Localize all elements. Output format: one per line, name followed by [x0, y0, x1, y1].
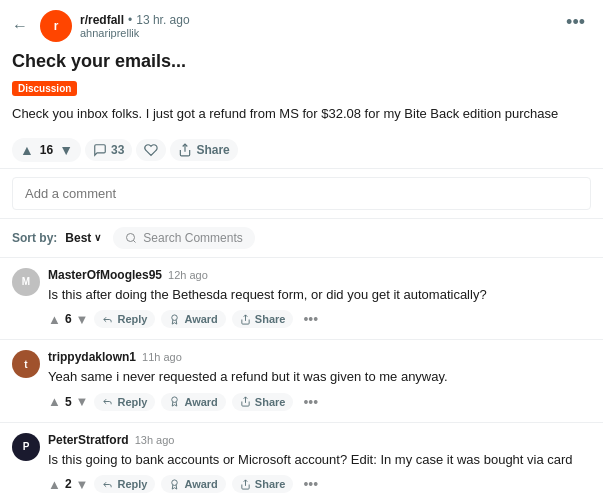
post-actions: ▲ 16 ▼ 33 Share	[0, 132, 603, 169]
comment-actions: ▲ 6 ▼ Reply Award	[48, 309, 591, 329]
vote-count: 16	[40, 143, 53, 157]
reply-label: Reply	[117, 396, 147, 408]
comment-share-button[interactable]: Share	[232, 393, 294, 411]
share-button[interactable]: Share	[170, 139, 237, 161]
downvote-button[interactable]: ▼	[59, 142, 73, 158]
svg-point-7	[172, 480, 178, 486]
reply-label: Reply	[117, 313, 147, 325]
comment-header: trippydaklown1 11h ago	[48, 350, 591, 364]
share-label: Share	[196, 143, 229, 157]
comment-body: Is this after doing the Bethesda request…	[48, 285, 591, 305]
comment-upvote-button[interactable]: ▲	[48, 477, 61, 492]
sort-value: Best	[65, 231, 91, 245]
comment-upvote-button[interactable]: ▲	[48, 394, 61, 409]
comment-author[interactable]: trippydaklown1	[48, 350, 136, 364]
comment-avatar: M	[12, 268, 40, 296]
sort-label: Sort by:	[12, 231, 57, 245]
comment-vote-count: 2	[65, 477, 72, 491]
comment-header: MasterOfMoogles95 12h ago	[48, 268, 591, 282]
award-button[interactable]: Award	[161, 310, 225, 328]
search-placeholder: Search Comments	[143, 231, 242, 245]
award-icon	[169, 396, 180, 407]
post-author[interactable]: ahnariprellik	[80, 27, 190, 39]
comment-item: P PeterStratford 13h ago Is this going t…	[0, 423, 603, 501]
post-meta: r/redfall • 13 hr. ago ahnariprellik	[80, 13, 190, 39]
comment-downvote-button[interactable]: ▼	[76, 394, 89, 409]
post-time: 13 hr. ago	[136, 13, 189, 27]
avatar: r	[40, 10, 72, 42]
comment-share-button[interactable]: Share	[232, 475, 294, 493]
reply-button[interactable]: Reply	[94, 310, 155, 328]
comment-vote: ▲ 6 ▼	[48, 312, 88, 327]
post-body: Check you inbox folks. I just got a refu…	[0, 100, 603, 132]
subreddit-name[interactable]: r/redfall	[80, 13, 124, 27]
comment-vote: ▲ 5 ▼	[48, 394, 88, 409]
more-options-button[interactable]: •••	[560, 10, 591, 35]
svg-point-5	[172, 397, 178, 403]
comments-icon	[93, 143, 107, 157]
comments-button[interactable]: 33	[85, 139, 132, 161]
reply-button[interactable]: Reply	[94, 393, 155, 411]
save-icon	[144, 143, 158, 157]
comment-author[interactable]: PeterStratford	[48, 433, 129, 447]
search-icon	[125, 232, 137, 244]
post-title: Check your emails...	[0, 46, 603, 77]
search-comments-button[interactable]: Search Comments	[113, 227, 254, 249]
svg-point-3	[172, 315, 178, 321]
award-button[interactable]: Award	[161, 475, 225, 493]
vote-group: ▲ 16 ▼	[12, 138, 81, 162]
chevron-down-icon: ∨	[94, 232, 101, 243]
post-header: ← r r/redfall • 13 hr. ago ahnariprellik…	[0, 0, 603, 46]
award-icon	[169, 479, 180, 490]
comment-more-button[interactable]: •••	[299, 309, 322, 329]
share-label: Share	[255, 396, 286, 408]
comment-body: Yeah same i never requested a refund but…	[48, 367, 591, 387]
svg-line-2	[134, 240, 136, 242]
comment-vote-count: 6	[65, 312, 72, 326]
reply-button[interactable]: Reply	[94, 475, 155, 493]
award-label: Award	[184, 478, 217, 490]
comment-time: 13h ago	[135, 434, 175, 446]
comment-section: M MasterOfMoogles95 12h ago Is this afte…	[0, 258, 603, 501]
reply-label: Reply	[117, 478, 147, 490]
comment-share-icon	[240, 396, 251, 407]
comment-downvote-button[interactable]: ▼	[76, 477, 89, 492]
comments-count: 33	[111, 143, 124, 157]
share-label: Share	[255, 313, 286, 325]
comment-avatar: t	[12, 350, 40, 378]
comment-input[interactable]	[12, 177, 591, 210]
comment-vote: ▲ 2 ▼	[48, 477, 88, 492]
comment-upvote-button[interactable]: ▲	[48, 312, 61, 327]
comment-header: PeterStratford 13h ago	[48, 433, 591, 447]
comment-share-icon	[240, 314, 251, 325]
award-icon	[169, 314, 180, 325]
save-button[interactable]	[136, 139, 166, 161]
comment-item: t trippydaklown1 11h ago Yeah same i nev…	[0, 340, 603, 423]
comment-more-button[interactable]: •••	[299, 474, 322, 494]
comment-content: trippydaklown1 11h ago Yeah same i never…	[48, 350, 591, 412]
reply-icon	[102, 479, 113, 490]
comment-downvote-button[interactable]: ▼	[76, 312, 89, 327]
comment-input-wrapper	[0, 169, 603, 219]
svg-point-1	[127, 233, 135, 241]
comment-author[interactable]: MasterOfMoogles95	[48, 268, 162, 282]
comment-content: PeterStratford 13h ago Is this going to …	[48, 433, 591, 495]
comment-vote-count: 5	[65, 395, 72, 409]
comment-body: Is this going to bank accounts or Micros…	[48, 450, 591, 470]
back-button[interactable]: ←	[12, 17, 28, 35]
comment-more-button[interactable]: •••	[299, 392, 322, 412]
reply-icon	[102, 396, 113, 407]
sort-bar: Sort by: Best ∨ Search Comments	[0, 219, 603, 258]
share-icon	[178, 143, 192, 157]
comment-share-button[interactable]: Share	[232, 310, 294, 328]
upvote-button[interactable]: ▲	[20, 142, 34, 158]
comment-time: 12h ago	[168, 269, 208, 281]
share-label: Share	[255, 478, 286, 490]
reply-icon	[102, 314, 113, 325]
comment-share-icon	[240, 479, 251, 490]
flair-badge: Discussion	[12, 81, 77, 96]
sort-select[interactable]: Best ∨	[65, 231, 101, 245]
award-button[interactable]: Award	[161, 393, 225, 411]
comment-actions: ▲ 2 ▼ Reply Award	[48, 474, 591, 494]
comment-avatar: P	[12, 433, 40, 461]
